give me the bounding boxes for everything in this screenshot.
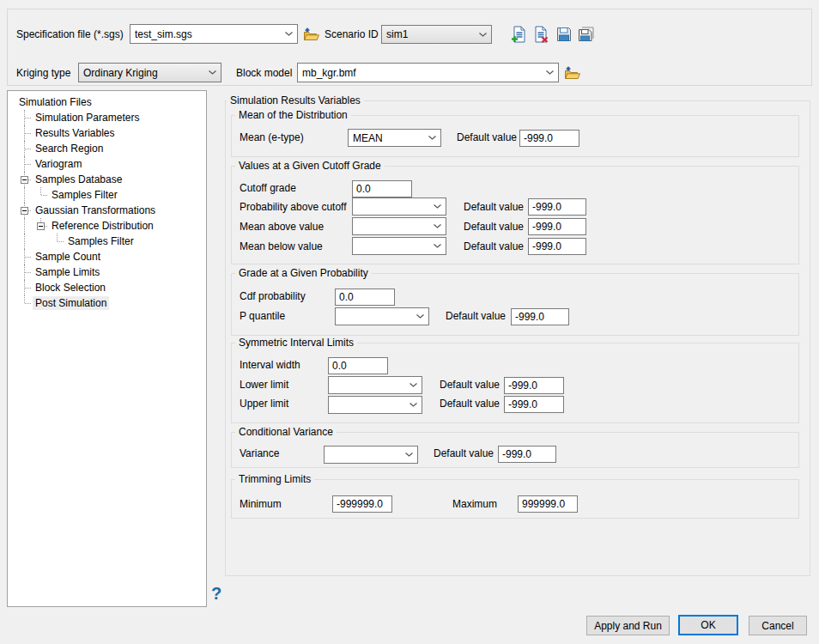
tree-item-gaussian-transformations[interactable]: Gaussian Transformations: [8, 203, 206, 218]
chevron-down-icon: [206, 70, 218, 75]
minimum-field[interactable]: [332, 495, 392, 513]
cutoff-grade-field[interactable]: [352, 180, 412, 197]
tree-item-reference-distribution[interactable]: Reference Distribution: [8, 218, 206, 234]
mean-above-value-default-field[interactable]: [528, 218, 586, 235]
tree-item-label: Reference Distribution: [49, 219, 156, 233]
cutoff-grade-group: Values at a Given Cutoff Grade Cutoff gr…: [231, 166, 799, 264]
group-title: Grade at a Given Probability: [235, 267, 372, 280]
tree-item-label: Simulation Files: [16, 95, 94, 109]
tree-item-block-selection[interactable]: Block Selection: [8, 280, 206, 295]
folder-open-icon: [302, 27, 319, 41]
tree-collapse-icon[interactable]: [37, 222, 45, 230]
tree-item-variogram[interactable]: Variogram: [8, 156, 206, 172]
scenario-id-combobox[interactable]: sim1: [381, 25, 492, 44]
lower-limit-combobox[interactable]: [328, 376, 422, 394]
mean-above-value-label: Mean above value: [240, 221, 324, 234]
block-model-label: Block model: [236, 67, 292, 80]
ok-button[interactable]: OK: [678, 615, 738, 635]
maximum-field[interactable]: [518, 495, 578, 513]
delete-scenario-button[interactable]: [531, 25, 550, 44]
tree-item-samples-database[interactable]: Samples Database: [8, 172, 206, 187]
default-value-label: Default value: [440, 379, 500, 392]
group-title: Simulation Results Variables: [227, 94, 364, 107]
lower-limit-default-field[interactable]: [504, 377, 564, 394]
default-value-label: Default value: [434, 447, 494, 460]
apply-and-run-button[interactable]: Apply and Run: [586, 616, 670, 635]
upper-limit-default-field[interactable]: [504, 396, 564, 413]
chevron-down-icon: [282, 32, 294, 36]
chevron-down-icon: [431, 224, 443, 228]
mean-above-value-combobox[interactable]: [352, 217, 446, 235]
group-title: Mean of the Distribution: [235, 109, 351, 122]
spec-file-combobox[interactable]: test_sim.sgs: [130, 24, 298, 44]
help-button[interactable]: ?: [211, 584, 221, 604]
tree-item-label: Samples Filter: [49, 188, 120, 202]
save-scenario-as-button[interactable]: [576, 25, 595, 44]
browse-block-model-button[interactable]: [562, 63, 581, 82]
tree-collapse-icon[interactable]: [21, 176, 28, 184]
chevron-down-icon: [431, 204, 443, 209]
tree-connector: [25, 133, 31, 134]
cdf-probability-label: Cdf probability: [240, 290, 306, 303]
probability-above-cutoff-combobox[interactable]: [352, 197, 446, 216]
p-quantile-combobox[interactable]: [335, 307, 429, 325]
floppy-save-as-icon: [578, 27, 594, 42]
tree-collapse-icon[interactable]: [21, 207, 28, 215]
probability-above-cutoff-default-field[interactable]: [528, 198, 586, 216]
mean-below-value-default-field[interactable]: [528, 238, 586, 255]
chevron-down-icon: [403, 453, 415, 457]
chevron-down-icon: [414, 314, 426, 319]
block-model-combobox[interactable]: mb_kgr.bmf: [297, 63, 559, 82]
tree-connector: [25, 118, 31, 118]
variance-combobox[interactable]: [324, 446, 418, 464]
tree-item-sample-count[interactable]: Sample Count: [8, 249, 206, 264]
tree-item-simulation-parameters[interactable]: Simulation Parameters: [8, 110, 206, 125]
group-title: Trimming Limits: [235, 473, 314, 486]
chevron-down-icon: [407, 383, 419, 387]
mean-etype-combobox[interactable]: MEAN: [348, 129, 441, 147]
p-quantile-default-field[interactable]: [511, 308, 569, 325]
tree-item-simulation-files[interactable]: Simulation Files: [8, 94, 206, 110]
symmetric-interval-group: Symmetric Interval Limits Interval width…: [231, 343, 799, 423]
cancel-button[interactable]: Cancel: [749, 616, 807, 635]
header-panel: Specification file (*.sgs) test_sim.sgs …: [7, 9, 812, 86]
mean-of-distribution-group: Mean of the Distribution Mean (e-type) M…: [231, 115, 799, 157]
variance-default-field[interactable]: [498, 446, 556, 463]
tree-item-label: Block Selection: [33, 281, 108, 295]
tree-item-label: Simulation Parameters: [33, 111, 142, 125]
tree-connector: [25, 149, 31, 149]
interval-width-field[interactable]: [328, 357, 388, 374]
group-title: Values at a Given Cutoff Grade: [235, 160, 385, 173]
conditional-variance-group: Conditional Variance Variance Default va…: [231, 432, 799, 468]
new-scenario-button[interactable]: [508, 25, 527, 44]
scenario-id-label: Scenario ID: [325, 28, 379, 41]
tree-item-label: Samples Filter: [65, 234, 136, 248]
tree-connector: [25, 303, 31, 304]
tree-item-sample-limits[interactable]: Sample Limits: [8, 264, 206, 280]
chevron-down-icon: [476, 33, 488, 37]
tree-item-results-variables[interactable]: Results Variables: [8, 125, 206, 141]
tree-item-samples-filter[interactable]: Samples Filter: [8, 187, 206, 203]
upper-limit-combobox[interactable]: [328, 396, 422, 414]
tree-item-search-region[interactable]: Search Region: [8, 141, 206, 156]
floppy-save-icon: [556, 27, 572, 42]
interval-width-label: Interval width: [240, 359, 300, 372]
chevron-down-icon: [426, 136, 438, 140]
document-delete-icon: [534, 26, 549, 43]
document-add-icon: [511, 26, 525, 43]
mean-below-value-combobox[interactable]: [352, 237, 446, 255]
mean-default-value-field[interactable]: [519, 130, 579, 147]
mean-below-value-label: Mean below value: [240, 240, 323, 253]
folder-open-icon: [563, 65, 580, 80]
tree-item-samples-filter[interactable]: Samples Filter: [8, 234, 206, 249]
browse-spec-file-button[interactable]: [301, 24, 320, 43]
simulation-files-tree: Simulation FilesSimulation ParametersRes…: [7, 90, 207, 607]
trimming-limits-group: Trimming Limits Minimum Maximum: [231, 479, 799, 519]
save-scenario-button[interactable]: [555, 25, 573, 44]
tree-item-label: Sample Limits: [33, 265, 102, 279]
group-title: Conditional Variance: [235, 426, 337, 439]
default-value-label: Default value: [440, 398, 500, 410]
kriging-type-combobox[interactable]: Ordinary Kriging: [78, 63, 221, 82]
tree-item-post-simulation[interactable]: Post Simulation: [8, 295, 206, 311]
cdf-probability-field[interactable]: [335, 289, 395, 306]
